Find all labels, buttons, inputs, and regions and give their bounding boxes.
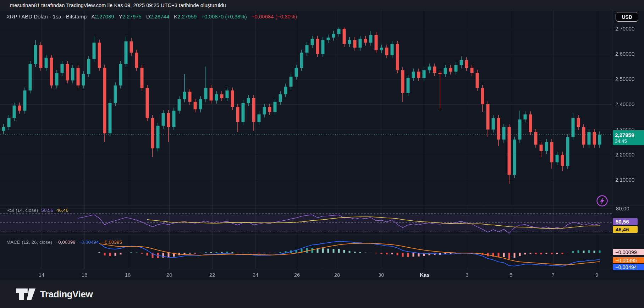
macd-line-value: −0,00494 (79, 240, 99, 245)
time-axis-label: 7 (552, 272, 555, 278)
ohlc-close: K2,27959 (174, 13, 197, 20)
rsi-value: 50,56 (41, 208, 53, 213)
macd-line-badge: −0,00494 (613, 264, 644, 270)
chart-area: XRP / ABD Doları · 1sa · Bitstamp A2,270… (0, 11, 644, 280)
time-axis-label: 28 (334, 272, 340, 278)
time-axis-label: 5 (510, 272, 512, 278)
rsi-ma-badge: 46,46 (613, 226, 638, 233)
tradingview-logo[interactable]: TradingView (16, 288, 93, 300)
rsi-axis-label: 80,00 (616, 205, 629, 211)
last-price-value: 2,27959 (615, 132, 634, 138)
flash-boost-icon[interactable] (596, 195, 608, 207)
macd-hist-value: −0,00099 (55, 240, 76, 245)
time-axis-label: 20 (166, 272, 172, 278)
ohlc-open: A2,27089 (91, 13, 114, 20)
rsi-title: RSI (14, close) (6, 208, 38, 213)
time-axis-label: 22 (209, 272, 215, 278)
currency-toggle-button[interactable]: USD (616, 12, 638, 22)
ohlc-low: D2,26744 (146, 13, 169, 20)
tradingview-mark-icon (16, 288, 36, 300)
rsi-value-badge: 50,56 (613, 218, 638, 225)
time-axis-label: 30 (378, 272, 384, 278)
time-axis-label: 14 (39, 272, 45, 278)
time-axis-label: 18 (125, 272, 131, 278)
time-axis-label: 9 (595, 272, 598, 278)
price-axis-label: 2,50000 (615, 76, 634, 82)
price-axis-label: 2,40000 (615, 101, 634, 107)
price-axis-label: 2,20000 (615, 152, 634, 158)
attribution-bar: mesutinan81 tarafından TradingView.com i… (0, 0, 644, 11)
symbol-title: XRP / ABD Doları · 1sa · Bitstamp (6, 13, 87, 20)
symbol-info-bar: XRP / ABD Doları · 1sa · Bitstamp A2,270… (6, 13, 297, 20)
footer-bar: TradingView (0, 280, 644, 308)
time-axis-label: 16 (82, 272, 88, 278)
macd-pane-legend[interactable]: MACD (12, 26, close) −0,00099 −0,00494 −… (6, 240, 122, 245)
ohlc-high: Y2,27975 (119, 13, 142, 20)
change-positive: +0,00870 (+0,38%) (201, 13, 247, 20)
macd-title: MACD (12, 26, close) (6, 240, 52, 245)
rsi-ma-value: 46,46 (56, 208, 68, 213)
last-price-badge: 2,27959 34:45 (613, 130, 644, 145)
price-axis-label: 2,60000 (615, 51, 634, 57)
price-axis-label: 2,10000 (615, 177, 634, 183)
rsi-pane-legend[interactable]: RSI (14, close) 50,56 46,46 (6, 208, 68, 213)
bar-countdown: 34:45 (615, 138, 627, 144)
price-axis-label: 2,70000 (615, 26, 634, 32)
time-axis-label: 24 (253, 272, 259, 278)
time-axis-label: 3 (466, 272, 468, 278)
time-axis-label: 26 (294, 272, 300, 278)
macd-histogram-badge: −0,00099 (613, 249, 644, 255)
macd-signal-badge: −0,00395 (613, 257, 644, 263)
tradingview-wordmark: TradingView (40, 289, 93, 300)
macd-signal-value: −0,00395 (102, 240, 122, 245)
tradingview-snapshot: mesutinan81 tarafından TradingView.com i… (0, 0, 644, 308)
attribution-text: mesutinan81 tarafından TradingView.com i… (10, 2, 226, 8)
change-negative: −0,00684 (−0,30%) (252, 13, 297, 20)
time-axis-label: Kas (420, 272, 430, 278)
